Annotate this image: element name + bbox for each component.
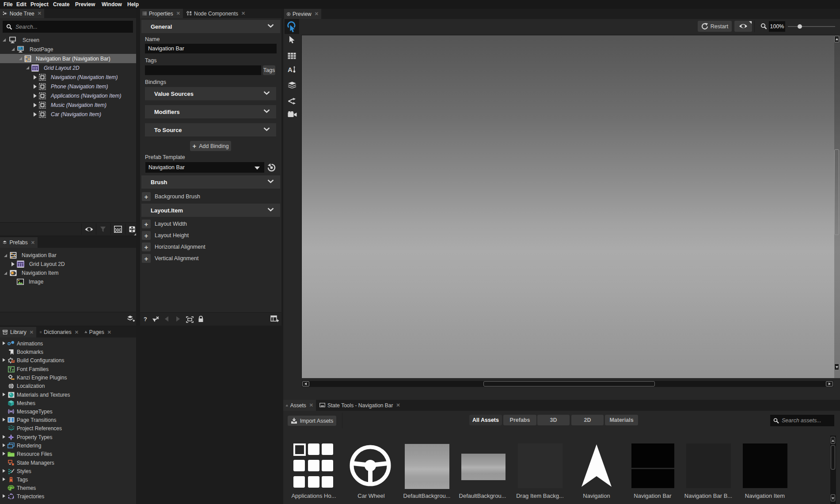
- svg-text:T: T: [11, 368, 14, 372]
- svg-text:A: A: [288, 66, 293, 73]
